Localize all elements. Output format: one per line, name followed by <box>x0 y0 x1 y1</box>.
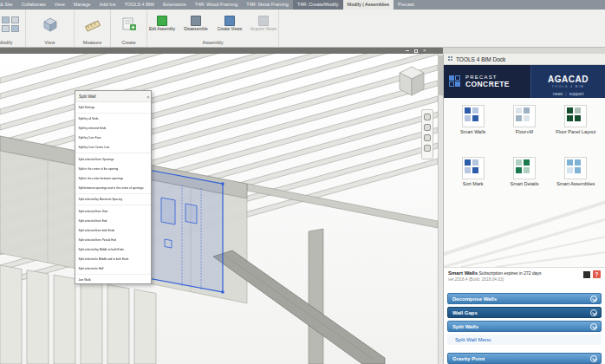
3d-model-view[interactable] <box>0 54 438 364</box>
tab-tools-4-bim[interactable]: TOOLS 4 BIM <box>120 0 159 10</box>
tab-manage[interactable]: Manage <box>69 0 95 10</box>
modify-tool-icon[interactable] <box>2 16 10 23</box>
split-wall-menu: Split Wall × Split Settings Split by all… <box>75 90 152 284</box>
pan-icon[interactable] <box>424 124 431 131</box>
product-name: Smart Walls <box>448 270 478 276</box>
modify-tool-icon[interactable] <box>11 25 19 32</box>
menu-item[interactable]: Split selected in Middle and to both End… <box>75 254 152 263</box>
menu-item[interactable]: Split selected from Start <box>75 206 152 216</box>
acquire-views-button[interactable]: Acquire Views <box>249 16 279 32</box>
tab-extensions[interactable]: Extensions <box>159 0 191 10</box>
orbit-icon[interactable] <box>424 145 431 152</box>
navigation-bar[interactable] <box>421 109 433 159</box>
tool-smart-assemblies[interactable]: Smart Assemblies <box>551 157 600 204</box>
restore-icon[interactable] <box>414 49 418 53</box>
tab-precast[interactable]: Precast <box>394 0 419 10</box>
menu-separator <box>76 113 152 114</box>
menu-title: Split Wall <box>79 94 96 100</box>
menu-item[interactable]: Split selected from Picked End <box>75 235 152 244</box>
edit-assembly-icon <box>157 16 167 26</box>
menu-item[interactable]: Join Walls <box>75 276 152 285</box>
circle-chevron-icon[interactable] <box>590 296 597 302</box>
tab-add-ins[interactable]: Add-Ins <box>95 0 120 10</box>
tool-floor-m[interactable]: Floor+M <box>500 105 549 152</box>
menu-item[interactable]: Split selected by Middle to both Ends <box>75 244 152 254</box>
menu-item[interactable]: Split by all Grids <box>75 114 152 124</box>
support-link[interactable]: support <box>569 91 584 96</box>
menu-item[interactable]: Split in the center of the opening <box>75 164 152 173</box>
panel-label-measure: Measure <box>75 38 110 47</box>
menu-item[interactable]: Split Settings <box>75 102 152 112</box>
3d-viewport[interactable]: Split Wall × Split Settings Split by all… <box>0 54 438 364</box>
default-3d-view-icon[interactable] <box>42 16 59 33</box>
modify-tool-icon[interactable] <box>2 25 10 32</box>
circle-chevron-icon[interactable] <box>590 355 597 362</box>
menu-item[interactable]: Split in the center between openings <box>75 173 152 183</box>
tab-t4r-create-modify[interactable]: T4R: Create/Modify <box>293 0 343 10</box>
steering-wheel-icon[interactable] <box>424 114 431 120</box>
viewcube-3d-icon[interactable] <box>393 62 431 101</box>
button-label: Disassemble <box>181 27 211 32</box>
grid-icon <box>448 56 453 62</box>
news-link[interactable]: news <box>553 91 563 96</box>
section-gravity-point[interactable]: Gravity Point <box>447 353 602 364</box>
circle-chevron-icon[interactable] <box>590 323 597 330</box>
tool-label: Floor+M <box>516 129 533 135</box>
split-wall-menu-link[interactable]: Split Wall Menu <box>447 335 602 345</box>
menu-item[interactable]: Split selected from both Ends <box>75 225 152 235</box>
menu-item[interactable]: Split selected by Maximum Spacing <box>75 195 152 205</box>
tool-floor-panel-layout[interactable]: Floor Panel Layout <box>551 105 600 152</box>
scrollbar-thumb[interactable] <box>439 55 443 95</box>
menu-item[interactable]: Split selected from End <box>75 216 152 225</box>
company-tagline: TOOLS 4 BIM <box>552 85 584 88</box>
tool-label: Smart Walls <box>460 129 485 135</box>
tab-t4r-metal-framing[interactable]: T4R: Metal Framing <box>242 0 293 10</box>
menu-separator <box>76 153 152 154</box>
acquire-views-icon <box>258 16 269 26</box>
disassemble-button[interactable]: Disassemble <box>181 16 211 32</box>
zoom-icon[interactable] <box>424 134 431 141</box>
brand-line2: CONCRETE <box>465 80 510 88</box>
tab-massing-site[interactable]: Massing & Site <box>0 0 17 10</box>
tool-smart-details[interactable]: Smart Details <box>500 157 549 204</box>
menu-item[interactable]: Split by Core Face <box>75 133 152 143</box>
disassemble-icon <box>191 16 201 26</box>
panel-label-modify: Modify <box>0 38 25 47</box>
section-split-walls[interactable]: Split Walls <box>447 321 602 332</box>
tools-4-bim-dock: TOOLS 4 BIM Dock PRECAST CONCRETE AGACAD… <box>443 54 605 364</box>
viewport-scrollbar[interactable] <box>438 54 443 364</box>
column <box>309 229 323 364</box>
close-icon[interactable]: × <box>423 48 426 54</box>
modify-tool-icon[interactable] <box>11 16 19 23</box>
tool-label: Smart Assemblies <box>556 181 595 187</box>
menu-item[interactable]: Split between openings and in the center… <box>75 183 152 192</box>
agacad-brand: AGACAD TOOLS 4 BIM news | support <box>530 65 605 98</box>
minimize-icon[interactable] <box>406 50 409 51</box>
menu-item[interactable]: Split by Core Center Line <box>75 143 152 153</box>
manual-icon[interactable] <box>583 271 590 278</box>
tool-smart-walls[interactable]: Smart Walls <box>449 105 498 152</box>
close-icon[interactable]: × <box>146 91 149 102</box>
section-label: Decompose Walls <box>452 296 497 302</box>
circle-chevron-icon[interactable] <box>590 309 597 316</box>
tool-sort-mark[interactable]: Sort Mark <box>449 157 498 204</box>
brand-banner: PRECAST CONCRETE AGACAD TOOLS 4 BIM news… <box>444 65 605 98</box>
tab-collaborate[interactable]: Collaborate <box>17 0 50 10</box>
tab-view[interactable]: View <box>50 0 69 10</box>
create-icon[interactable] <box>120 16 138 33</box>
menu-item[interactable]: Split selected from Openings <box>75 154 152 164</box>
edit-assembly-button[interactable]: Edit Assembly <box>147 16 178 32</box>
help-button[interactable]: ? <box>593 270 601 278</box>
dock-header[interactable]: TOOLS 4 BIM Dock <box>444 54 605 65</box>
tab-t4r-wood-framing[interactable]: T4R: Wood Framing <box>191 0 242 10</box>
create-views-button[interactable]: Create Views <box>215 16 245 32</box>
panel-label-view: View <box>26 38 74 47</box>
section-decompose-walls[interactable]: Decompose Walls <box>447 293 602 304</box>
panel-measure: Measure <box>75 10 111 47</box>
menu-item[interactable]: Split by selected Grids <box>75 124 152 133</box>
menu-item[interactable]: Split selected in Half <box>75 263 152 273</box>
selected-wall-panel[interactable] <box>147 168 224 294</box>
measure-icon[interactable] <box>84 16 101 33</box>
tab-modify-assemblies[interactable]: Modify | Assemblies <box>343 0 394 10</box>
section-wall-gaps[interactable]: Wall Gaps <box>447 307 602 318</box>
